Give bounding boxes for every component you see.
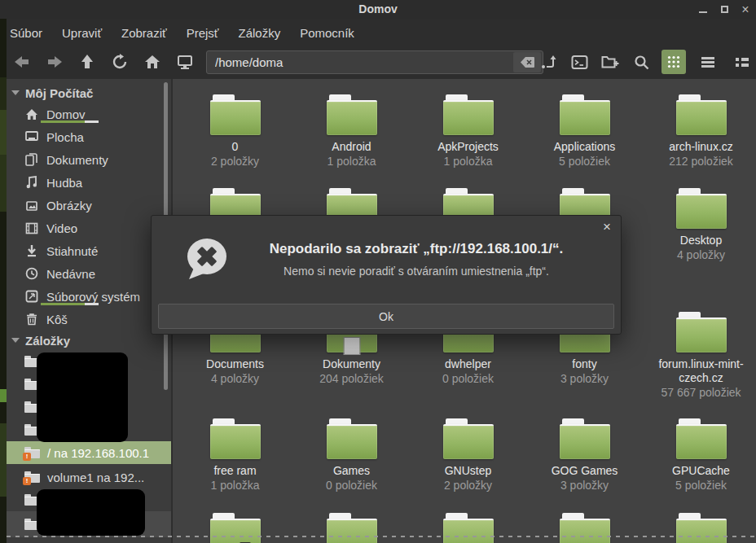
folder-icon (560, 513, 610, 543)
maximize-button[interactable] (714, 0, 735, 19)
clear-backspace-icon (521, 57, 534, 68)
folder-icon (560, 94, 610, 135)
folder-item[interactable]: ApkProjects1 položka (410, 94, 526, 169)
folder-icon (676, 312, 727, 353)
folder-item[interactable] (643, 513, 756, 543)
folder-item[interactable] (177, 513, 293, 543)
dialog-ok-button[interactable]: Ok (158, 304, 614, 329)
folder-icon (210, 513, 261, 543)
back-icon (14, 55, 30, 69)
home-button[interactable] (142, 50, 163, 74)
sidebar-item-suborovy-system[interactable]: Súborový systém (7, 285, 171, 308)
folder-icon (676, 418, 727, 459)
selection-dashed-line (7, 536, 756, 537)
nemo-window: { "window": { "title": "Domov", "close_g… (0, 0, 756, 543)
music-icon (24, 175, 39, 190)
open-terminal-button[interactable] (569, 50, 590, 74)
sidebar-item-stiahnute[interactable]: Stiahnuté (7, 239, 171, 262)
sidebar-item-nedavne[interactable]: Nedávne (7, 262, 171, 285)
folder-item[interactable]: Games0 položiek (293, 418, 410, 493)
folder-item[interactable]: free ram1 položka (177, 418, 293, 493)
clear-location-button[interactable] (513, 52, 541, 72)
titlebar[interactable]: Domov × (0, 0, 756, 19)
redacted-bookmark-labels (37, 353, 128, 442)
folder-item[interactable]: GOG Games3 položky (526, 418, 643, 493)
folder-item[interactable]: GNUstep2 položky (410, 418, 526, 493)
dialog-message: Nemo si nevie poradiť s otváraním umiest… (244, 265, 588, 278)
menu-help[interactable]: Pomocník (300, 26, 354, 40)
up-icon (80, 54, 94, 70)
warning-badge-icon: ! (23, 477, 31, 485)
sidebar-item-video[interactable]: Video (7, 217, 171, 239)
folder-item[interactable]: Desktop4 položky (643, 188, 756, 262)
documents-icon (24, 152, 39, 167)
warning-badge-icon: ! (23, 453, 31, 461)
folder-item[interactable]: Android1 položka (293, 94, 410, 169)
sidebar-item-plocha[interactable]: Plocha (7, 125, 171, 148)
filesystem-drive-icon (24, 289, 39, 304)
sidebar-item-kos[interactable]: Kôš (7, 308, 171, 331)
sidebar-item-domov[interactable]: Domov (7, 103, 171, 125)
sidebar-section-bookmarks[interactable]: Záložky (7, 331, 171, 350)
sidebar-bookmark-remote-root[interactable]: ! / na 192.168.100.1 (7, 441, 171, 464)
folder-item[interactable]: 02 položky (177, 94, 293, 169)
folder-item[interactable]: arch-linux.cz212 položiek (643, 94, 756, 169)
chevron-down-icon (11, 90, 20, 95)
menu-edit[interactable]: Upraviť (62, 26, 102, 40)
sidebar-item-hudba[interactable]: Hudba (7, 171, 171, 194)
new-folder-button[interactable] (600, 50, 621, 74)
computer-button[interactable] (174, 50, 196, 74)
home-icon (144, 55, 160, 69)
menubar: Súbor Upraviť Zobraziť Prejsť Záložky Po… (7, 19, 756, 46)
menu-view[interactable]: Zobraziť (121, 26, 167, 40)
back-button[interactable] (11, 50, 33, 74)
forward-button[interactable] (44, 50, 65, 74)
folder-item[interactable]: forum.linux-mint-czech.cz57 667 položiek (643, 312, 756, 400)
up-button[interactable] (77, 50, 98, 74)
folder-item[interactable]: GPUCache5 položiek (643, 418, 756, 493)
folder-item[interactable] (526, 513, 643, 543)
disk-usage-bar (41, 120, 99, 123)
folder-item[interactable] (410, 513, 526, 543)
folder-icon (327, 418, 377, 459)
compact-view-button[interactable] (730, 50, 754, 74)
window-title: Domov (0, 2, 756, 15)
menu-go[interactable]: Prejsť (187, 26, 219, 40)
toolbar (7, 46, 756, 79)
minimize-icon (699, 11, 707, 13)
folder-icon (443, 513, 494, 543)
menu-bookmarks[interactable]: Záložky (238, 26, 280, 40)
redacted-bookmark-labels (37, 489, 145, 536)
close-icon: × (741, 2, 749, 17)
menu-file[interactable]: Súbor (10, 26, 42, 40)
icon-view-button[interactable] (662, 50, 686, 74)
location-input[interactable] (207, 55, 513, 69)
list-view-button[interactable] (696, 50, 720, 74)
location-entry[interactable] (206, 50, 543, 74)
remote-folder-icon: ! (24, 447, 40, 458)
refresh-button[interactable] (109, 50, 130, 74)
toggle-location-button[interactable] (538, 50, 559, 74)
dialog-title: Nepodarilo sa zobraziť „ftp://192.168.10… (244, 241, 588, 257)
home-icon (24, 107, 39, 121)
search-button[interactable] (631, 50, 652, 74)
maximize-icon (721, 6, 728, 13)
refresh-icon (112, 54, 128, 70)
desktop-icon (24, 129, 39, 144)
computer-icon (177, 55, 193, 70)
sidebar-section-computer[interactable]: Môj Počítač (7, 83, 171, 103)
video-icon (24, 221, 39, 235)
sidebar-item-obrazky[interactable]: Obrázky (7, 194, 171, 217)
folder-icon (210, 94, 261, 135)
forward-icon (46, 55, 63, 69)
desktop-wallpaper-strip (0, 0, 7, 543)
dialog-close-button[interactable]: × (603, 219, 611, 235)
sidebar-item-dokumenty[interactable]: Dokumenty (7, 148, 171, 171)
folder-item[interactable] (293, 513, 410, 543)
close-button[interactable]: × (735, 0, 756, 19)
minimize-button[interactable] (692, 0, 714, 19)
sidebar-bookmark-remote-volume1[interactable]: ! volume1 na 192... (7, 466, 171, 488)
folder-icon (210, 418, 261, 459)
folder-item[interactable]: Applications5 položiek (526, 94, 643, 169)
sidebar: Môj Počítač Domov Plocha Dokumenty Hudba… (7, 79, 172, 543)
